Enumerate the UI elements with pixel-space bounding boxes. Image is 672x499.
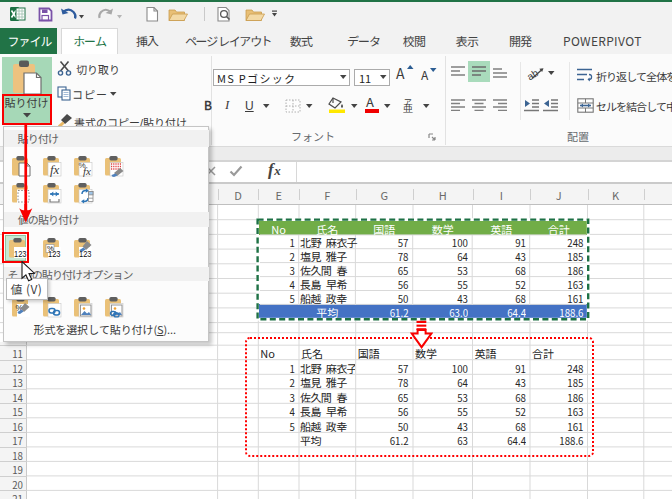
svg-text:fx: fx (83, 165, 91, 177)
svg-text:fx: fx (50, 162, 60, 177)
svg-text:123: 123 (79, 248, 92, 259)
svg-text:ab: ab (527, 67, 541, 82)
svg-text:123: 123 (48, 248, 61, 259)
svg-text:亜: 亜 (403, 100, 413, 113)
